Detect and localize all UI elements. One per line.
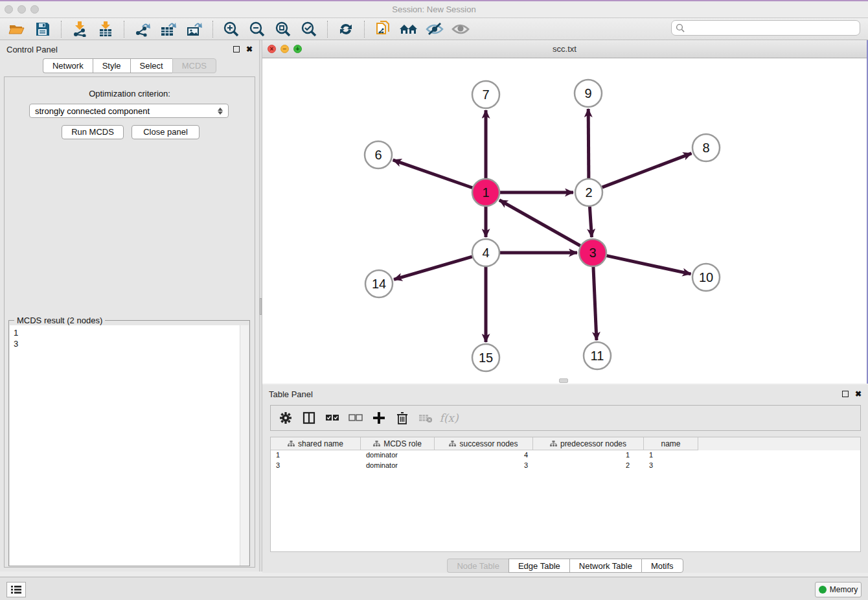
close-window-button[interactable] [5, 5, 13, 14]
node-10[interactable]: 10 [692, 264, 720, 291]
maximize-network-button[interactable]: + [293, 45, 302, 53]
export-image-icon [186, 21, 203, 37]
zoom-in-button[interactable] [218, 19, 244, 39]
edge-2-8[interactable] [602, 154, 692, 188]
mcds-panel: Optimization criterion: strongly connect… [4, 76, 255, 568]
edge-1-6[interactable] [393, 160, 473, 188]
node-4[interactable]: 4 [472, 239, 499, 266]
table-cell[interactable]: 4 [435, 450, 533, 461]
tab-network[interactable]: Network [43, 58, 93, 73]
tab-mcds[interactable]: MCDS [172, 58, 216, 73]
toolbar-separator [364, 21, 365, 38]
close-network-button[interactable]: × [268, 45, 276, 53]
edge-3-11[interactable] [593, 267, 597, 340]
node-15[interactable]: 15 [472, 344, 499, 371]
node-8[interactable]: 8 [692, 134, 720, 161]
node-9[interactable]: 9 [575, 80, 602, 107]
home-button[interactable] [396, 19, 422, 39]
edge-3-10[interactable] [606, 256, 691, 274]
search-icon [676, 23, 685, 33]
minimize-window-button[interactable] [17, 5, 26, 14]
select-all-button[interactable] [323, 408, 342, 428]
table-cell[interactable]: 1 [271, 450, 361, 461]
table-cell[interactable]: dominator [361, 461, 435, 471]
close-panel-button[interactable]: Close panel [131, 125, 200, 139]
edge-2-9[interactable] [588, 109, 589, 178]
node-3[interactable]: 3 [579, 239, 606, 266]
copy-view-button[interactable] [370, 19, 396, 39]
table-cell[interactable]: 2 [533, 461, 644, 471]
network-canvas[interactable]: 7968124314101511 [262, 58, 867, 383]
float-table-panel-icon[interactable] [842, 391, 849, 397]
column-header-shared-name[interactable]: shared name [271, 437, 361, 450]
column-header-successor-nodes[interactable]: successor nodes [435, 437, 533, 450]
zoom-selected-button[interactable] [296, 19, 322, 39]
search-input[interactable] [685, 23, 847, 32]
table-cell[interactable]: 3 [644, 461, 698, 471]
column-header-name[interactable]: name [644, 437, 698, 450]
split-view-button[interactable] [299, 408, 319, 428]
criterion-select[interactable]: strongly connected component [29, 104, 229, 118]
tab-edge-table[interactable]: Edge Table [508, 559, 569, 573]
tab-motifs[interactable]: Motifs [641, 559, 683, 573]
mcds-result-scrollbar[interactable] [240, 325, 249, 566]
minimize-network-button[interactable]: − [280, 45, 289, 53]
search-field[interactable] [671, 20, 860, 36]
close-table-panel-icon[interactable]: ✖ [855, 389, 862, 398]
tab-style[interactable]: Style [93, 58, 130, 73]
zoom-out-button[interactable] [244, 19, 270, 39]
node-label: 10 [699, 270, 713, 284]
table-row[interactable]: 3dominator323 [271, 461, 860, 471]
import-table-button[interactable] [93, 19, 119, 39]
memory-status-icon [819, 586, 827, 594]
tab-select[interactable]: Select [130, 58, 172, 73]
node-14[interactable]: 14 [365, 270, 393, 297]
run-mcds-button[interactable]: Run MCDS [62, 125, 124, 139]
tab-node-table[interactable]: Node Table [447, 559, 508, 573]
tree-icon [449, 441, 456, 447]
add-column-button[interactable] [369, 408, 389, 428]
import-network-button[interactable] [67, 19, 93, 39]
node-1[interactable]: 1 [472, 179, 499, 206]
delete-column-button[interactable] [393, 408, 412, 428]
column-header-predecessor-nodes[interactable]: predecessor nodes [533, 437, 644, 450]
node-2[interactable]: 2 [575, 179, 602, 206]
edge-4-14[interactable] [394, 257, 472, 279]
refresh-icon [338, 21, 354, 37]
close-panel-icon[interactable]: ✖ [246, 45, 253, 54]
table-settings-button[interactable] [276, 408, 295, 428]
task-history-button[interactable] [6, 582, 26, 597]
node-11[interactable]: 11 [584, 342, 611, 369]
save-session-button[interactable] [30, 19, 56, 39]
show-button[interactable] [448, 19, 474, 39]
table-cell[interactable]: 1 [533, 450, 644, 461]
network-window-titlebar[interactable]: × − + scc.txt [262, 40, 867, 58]
canvas-resize-grip[interactable] [559, 378, 568, 383]
table-cell[interactable]: 3 [271, 461, 361, 471]
node-7[interactable]: 7 [472, 81, 499, 108]
table-cell[interactable]: 3 [435, 461, 533, 471]
splitter-grip-icon[interactable] [260, 298, 262, 315]
zoom-window-button[interactable] [30, 5, 39, 14]
export-image-button[interactable] [181, 19, 207, 39]
export-network-button[interactable] [130, 19, 155, 39]
export-table-button[interactable] [155, 19, 181, 39]
table-cell[interactable]: dominator [361, 450, 435, 461]
node-table[interactable]: shared nameMCDS rolesuccessor nodesprede… [270, 437, 861, 552]
zoom-fit-button[interactable] [270, 19, 296, 39]
edge-2-3[interactable] [589, 207, 591, 237]
column-header-MCDS-role[interactable]: MCDS role [361, 437, 435, 450]
float-panel-icon[interactable] [233, 46, 240, 52]
node-6[interactable]: 6 [365, 141, 392, 168]
table-cell[interactable]: 1 [644, 450, 698, 461]
memory-button[interactable]: Memory [815, 582, 862, 597]
window-controls[interactable] [5, 5, 39, 14]
tab-network-table[interactable]: Network Table [569, 559, 641, 573]
table-row[interactable]: 1dominator411 [271, 450, 860, 461]
edge-3-1[interactable] [499, 200, 580, 246]
deselect-all-button[interactable] [346, 408, 365, 428]
refresh-button[interactable] [333, 19, 359, 39]
open-session-button[interactable] [4, 19, 30, 39]
list-icon [10, 585, 22, 594]
hide-button[interactable] [422, 19, 448, 39]
